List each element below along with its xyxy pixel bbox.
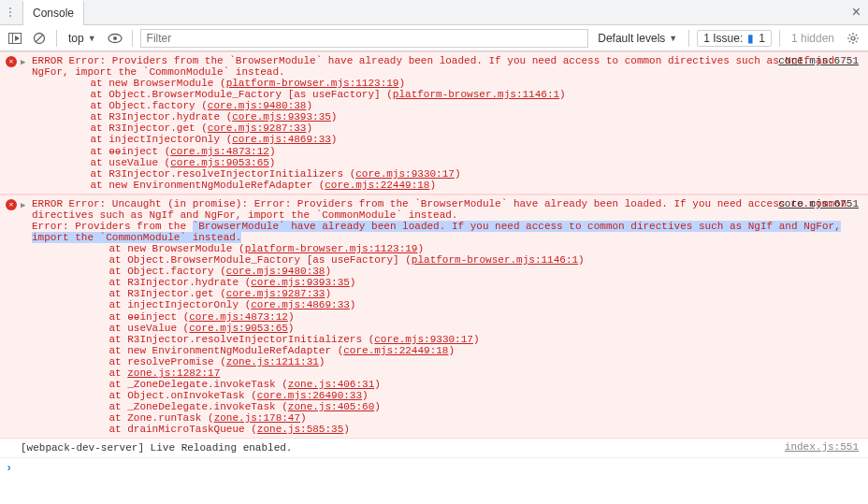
live-expression-button[interactable] bbox=[106, 29, 124, 48]
stack-frame: at Object.onInvokeTask (core.mjs:26490:3… bbox=[65, 390, 861, 401]
stack-frame-link[interactable]: core.mjs:4873:12 bbox=[170, 146, 269, 157]
levels-label: Default levels bbox=[598, 32, 665, 45]
stack-frame-link[interactable]: core.mjs:9393:35 bbox=[251, 277, 350, 288]
error-detail-line: Error: Providers from the `BrowserModule… bbox=[32, 221, 841, 243]
stack-frame: at new BrowserModule (platform-browser.m… bbox=[65, 243, 861, 254]
source-link[interactable]: core.mjs:6751 bbox=[778, 55, 859, 66]
filter-input[interactable] bbox=[140, 29, 589, 48]
prompt-caret-icon: › bbox=[6, 462, 12, 475]
panel-tab-header: Console × bbox=[0, 0, 868, 25]
stack-frame-link[interactable]: platform-browser.mjs:1123:19 bbox=[226, 78, 399, 89]
stack-frame-link[interactable]: core.mjs:9330:17 bbox=[355, 168, 455, 180]
close-panel-button[interactable]: × bbox=[852, 4, 861, 21]
disclosure-triangle-icon[interactable]: ▶ bbox=[21, 55, 28, 67]
stack-frame: at R3Injector.resolveInjectorInitializer… bbox=[65, 334, 861, 345]
stack-frame-link[interactable]: core.mjs:9330:17 bbox=[374, 334, 473, 345]
stack-frame-link[interactable]: core.mjs:9287:33 bbox=[226, 288, 326, 299]
stack-frame-link[interactable]: zone.js:1211:31 bbox=[226, 356, 319, 367]
stack-frame-link[interactable]: core.mjs:4869:33 bbox=[251, 299, 350, 310]
stack-frame: at resolvePromise (zone.js:1211:31) bbox=[65, 356, 861, 367]
stack-frame: at zone.js:1282:17 bbox=[65, 367, 861, 379]
divider bbox=[779, 30, 780, 47]
stack-frame-link[interactable]: zone.js:405:60 bbox=[288, 401, 374, 412]
stack-frame: at Zone.runTask (zone.js:178:47) bbox=[65, 412, 861, 424]
stack-frame-link[interactable]: core.mjs:9480:38 bbox=[226, 266, 326, 277]
hidden-messages-button[interactable]: 1 hidden bbox=[788, 32, 838, 45]
svg-line-13 bbox=[856, 40, 857, 41]
source-link[interactable]: index.js:551 bbox=[785, 441, 859, 453]
console-toolbar: top ▼ Default levels ▼ 1 Issue: ▮ 1 1 hi… bbox=[0, 25, 868, 51]
stack-frame-link[interactable]: platform-browser.mjs:1123:19 bbox=[245, 243, 418, 254]
execution-context-selector[interactable]: top ▼ bbox=[65, 32, 100, 45]
divider bbox=[132, 30, 133, 47]
error-message: ERROR Error: Providers from the `Browser… bbox=[32, 55, 834, 78]
svg-point-6 bbox=[113, 36, 117, 40]
stack-frame-link[interactable]: platform-browser.mjs:1146:1 bbox=[393, 89, 559, 100]
log-message: [webpack-dev-server] Live Reloading enab… bbox=[21, 442, 292, 454]
stack-trace: at new BrowserModule (platform-browser.m… bbox=[32, 243, 861, 435]
stack-frame: at R3Injector.resolveInjectorInitializer… bbox=[65, 168, 861, 180]
issues-count: 1 bbox=[759, 32, 765, 45]
toggle-sidebar-button[interactable] bbox=[6, 29, 24, 48]
stack-frame: at _ZoneDelegate.invokeTask (zone.js:406… bbox=[65, 379, 861, 390]
tab-console[interactable]: Console bbox=[22, 0, 84, 25]
console-output: core.mjs:6751 ▶ ERROR Error: Providers f… bbox=[0, 51, 868, 479]
clear-console-button[interactable] bbox=[30, 29, 49, 48]
stack-frame-link[interactable]: platform-browser.mjs:1146:1 bbox=[412, 254, 578, 266]
stack-frame-link[interactable]: core.mjs:26490:33 bbox=[257, 390, 362, 401]
error-icon bbox=[6, 199, 17, 210]
stack-frame: at new BrowserModule (platform-browser.m… bbox=[65, 78, 861, 89]
settings-button[interactable] bbox=[844, 29, 862, 48]
svg-line-4 bbox=[36, 35, 43, 42]
console-log-entry[interactable]: index.js:551 [webpack-dev-server] Live R… bbox=[0, 439, 868, 458]
stack-frame-link[interactable]: core.mjs:9393:35 bbox=[232, 111, 331, 122]
stack-frame: at new EnvironmentNgModuleRefAdapter (co… bbox=[65, 180, 861, 191]
stack-frame: at R3Injector.get (core.mjs:9287:33) bbox=[65, 288, 861, 299]
stack-frame-link[interactable]: core.mjs:4873:12 bbox=[189, 311, 288, 323]
error-icon bbox=[6, 56, 17, 67]
stack-frame-link[interactable]: zone.js:178:47 bbox=[214, 412, 300, 424]
stack-frame-link[interactable]: core.mjs:22449:18 bbox=[343, 345, 448, 356]
disclosure-triangle-icon[interactable]: ▶ bbox=[21, 198, 28, 210]
context-label: top bbox=[68, 32, 84, 45]
stack-frame-link[interactable]: core.mjs:9053:65 bbox=[170, 157, 269, 168]
stack-frame-link[interactable]: zone.js:406:31 bbox=[288, 379, 374, 390]
drag-handle-icon[interactable] bbox=[4, 7, 17, 17]
svg-line-15 bbox=[856, 34, 857, 35]
source-link[interactable]: core.mjs:6751 bbox=[778, 198, 859, 209]
issues-button[interactable]: 1 Issue: ▮ 1 bbox=[697, 30, 772, 47]
stack-frame: at Object.BrowserModule_Factory [as useF… bbox=[65, 254, 861, 266]
stack-frame: at Object.factory (core.mjs:9480:38) bbox=[65, 100, 861, 111]
stack-frame-link[interactable]: core.mjs:9053:65 bbox=[189, 323, 288, 334]
stack-frame: at R3Injector.get (core.mjs:9287:33) bbox=[65, 122, 861, 134]
stack-trace: at new BrowserModule (platform-browser.m… bbox=[32, 78, 861, 191]
stack-frame: at Object.factory (core.mjs:9480:38) bbox=[65, 266, 861, 277]
stack-frame: at drainMicroTaskQueue (zone.js:585:35) bbox=[65, 424, 861, 435]
console-prompt[interactable]: › bbox=[0, 458, 868, 479]
stack-frame-link[interactable]: core.mjs:9480:38 bbox=[208, 100, 307, 111]
log-levels-selector[interactable]: Default levels ▼ bbox=[594, 32, 681, 45]
stack-frame-link[interactable]: core.mjs:22449:18 bbox=[325, 180, 429, 191]
stack-frame: at injectInjectorOnly (core.mjs:4869:33) bbox=[65, 134, 861, 145]
svg-point-7 bbox=[851, 36, 855, 40]
stack-frame: at useValue (core.mjs:9053:65) bbox=[65, 157, 861, 168]
stack-frame-link[interactable]: core.mjs:4869:33 bbox=[232, 134, 331, 145]
svg-line-14 bbox=[849, 40, 850, 41]
svg-marker-2 bbox=[15, 36, 20, 41]
stack-frame: at ɵɵinject (core.mjs:4873:12) bbox=[65, 310, 861, 323]
issue-icon: ▮ bbox=[747, 32, 754, 45]
chevron-down-icon: ▼ bbox=[669, 34, 677, 43]
stack-frame: at _ZoneDelegate.invokeTask (zone.js:405… bbox=[65, 401, 861, 412]
stack-frame-link[interactable]: core.mjs:9287:33 bbox=[208, 122, 307, 134]
stack-frame: at injectInjectorOnly (core.mjs:4869:33) bbox=[65, 299, 861, 310]
stack-frame: at ɵɵinject (core.mjs:4873:12) bbox=[65, 145, 861, 157]
stack-frame: at R3Injector.hydrate (core.mjs:9393:35) bbox=[65, 277, 861, 288]
svg-line-12 bbox=[849, 34, 850, 35]
console-error-entry[interactable]: core.mjs:6751 ▶ ERROR Error: Providers f… bbox=[0, 51, 868, 194]
svg-rect-1 bbox=[9, 33, 13, 43]
stack-frame: at Object.BrowserModule_Factory [as useF… bbox=[65, 89, 861, 100]
stack-frame-link[interactable]: zone.js:585:35 bbox=[257, 424, 343, 435]
stack-frame-link[interactable]: zone.js:1282:17 bbox=[127, 367, 220, 379]
console-error-entry[interactable]: core.mjs:6751 ▶ ERROR Error: Uncaught (i… bbox=[0, 194, 868, 439]
issues-label: 1 Issue: bbox=[703, 32, 743, 45]
